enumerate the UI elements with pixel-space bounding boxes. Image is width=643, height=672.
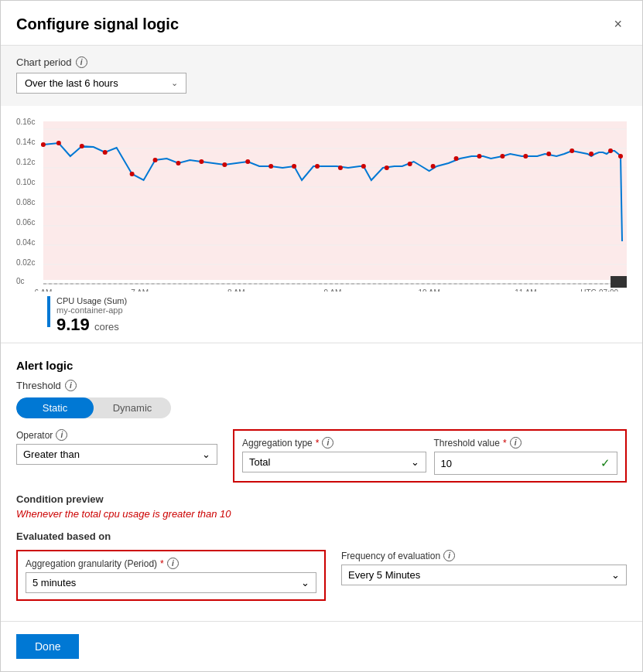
svg-point-44 <box>589 152 593 156</box>
operator-select[interactable]: Greater than ⌄ <box>16 444 217 465</box>
legend-text: CPU Usage (Sum) my-container-app 9.19 co… <box>56 296 127 335</box>
svg-point-23 <box>103 150 108 155</box>
svg-text:0.04c: 0.04c <box>16 238 35 247</box>
svg-point-28 <box>222 162 227 167</box>
svg-text:UTC-07:00: UTC-07:00 <box>580 288 618 292</box>
aggregation-dropdown-arrow: ⌄ <box>411 456 419 468</box>
threshold-value-input[interactable]: 10 ✓ <box>434 452 618 475</box>
legend-bar <box>47 296 50 327</box>
legend-app: my-container-app <box>56 305 127 315</box>
chart-svg: 0.16c 0.14c 0.12c 0.10c 0.08c 0.06c 0.04… <box>16 114 627 292</box>
toggle-dynamic[interactable]: Dynamic <box>94 397 171 418</box>
svg-point-41 <box>523 154 528 159</box>
svg-point-32 <box>315 164 320 169</box>
condition-preview-text: Whenever the total cpu usage is greater … <box>16 508 627 520</box>
svg-point-39 <box>477 154 481 159</box>
toggle-static[interactable]: Static <box>16 397 94 418</box>
svg-point-27 <box>199 159 204 164</box>
chart-period-dropdown[interactable]: Over the last 6 hours ⌄ <box>16 73 186 94</box>
legend-unit: cores <box>94 321 119 333</box>
frequency-group: Frequency of evaluation i Every 5 Minute… <box>341 550 627 585</box>
svg-text:6 AM: 6 AM <box>35 288 53 292</box>
svg-text:7 AM: 7 AM <box>131 288 149 292</box>
svg-point-25 <box>153 158 158 162</box>
frequency-dropdown-arrow: ⌄ <box>611 569 620 581</box>
threshold-value-label: Threshold value * i <box>434 437 618 449</box>
svg-text:8 AM: 8 AM <box>227 288 245 292</box>
svg-point-29 <box>245 159 250 164</box>
frequency-info-icon[interactable]: i <box>443 550 455 561</box>
svg-point-37 <box>431 164 436 169</box>
aggregation-granularity-select[interactable]: 5 minutes ⌄ <box>26 572 316 593</box>
svg-text:11 AM: 11 AM <box>515 288 536 292</box>
aggregation-required-star: * <box>316 438 320 449</box>
chart-period-dropdown-arrow: ⌄ <box>171 78 178 88</box>
svg-point-36 <box>408 162 412 166</box>
svg-point-40 <box>500 154 504 159</box>
frequency-select[interactable]: Every 5 Minutes ⌄ <box>341 565 627 585</box>
svg-text:0.12c: 0.12c <box>16 158 35 166</box>
svg-text:9 AM: 9 AM <box>324 288 342 292</box>
svg-text:0.08c: 0.08c <box>16 198 35 206</box>
threshold-toggle-group[interactable]: Static Dynamic <box>16 397 171 418</box>
operator-info-icon[interactable]: i <box>56 429 67 441</box>
svg-rect-9 <box>43 121 627 280</box>
operator-dropdown-arrow: ⌄ <box>202 449 210 460</box>
chart-container: 0.16c 0.14c 0.12c 0.10c 0.08c 0.06c 0.04… <box>1 114 642 343</box>
chart-period-section: Chart period i Over the last 6 hours ⌄ <box>1 46 642 106</box>
svg-point-21 <box>56 141 61 145</box>
aggregation-type-select[interactable]: Total ⌄ <box>242 452 426 472</box>
done-button[interactable]: Done <box>16 634 79 659</box>
svg-point-33 <box>338 165 343 170</box>
operator-label: Operator i <box>16 429 217 441</box>
svg-text:0.02c: 0.02c <box>16 258 35 267</box>
close-button[interactable]: × <box>609 15 627 34</box>
dialog-footer: Done <box>1 621 642 671</box>
configure-signal-logic-dialog: Configure signal logic × Chart period i … <box>0 0 643 672</box>
legend-metric: CPU Usage (Sum) <box>56 296 127 305</box>
threshold-value-group: Threshold value * i 10 ✓ <box>434 437 618 475</box>
aggregation-type-info-icon[interactable]: i <box>322 437 333 449</box>
svg-text:0.10c: 0.10c <box>16 178 35 186</box>
svg-point-30 <box>268 164 273 169</box>
aggregation-granularity-group: Aggregation granularity (Period) * i 5 m… <box>16 550 326 601</box>
evaluated-title: Evaluated based on <box>16 530 627 542</box>
svg-text:0.16c: 0.16c <box>16 118 35 126</box>
svg-point-38 <box>454 156 459 161</box>
aggregation-type-label: Aggregation type * i <box>242 437 426 449</box>
svg-point-34 <box>361 164 366 169</box>
frequency-label: Frequency of evaluation i <box>341 550 627 561</box>
svg-point-26 <box>176 161 180 165</box>
svg-text:10 AM: 10 AM <box>419 288 440 292</box>
chart-wrap: 0.16c 0.14c 0.12c 0.10c 0.08c 0.06c 0.04… <box>16 114 627 292</box>
svg-point-35 <box>385 165 389 170</box>
alert-logic-section: Alert logic Threshold i Static Dynamic <box>1 351 642 616</box>
chart-period-label: Chart period i <box>16 56 627 68</box>
svg-point-24 <box>130 172 135 176</box>
alert-form-row: Operator i Greater than ⌄ Aggregation ty… <box>16 429 627 483</box>
svg-point-20 <box>41 142 46 147</box>
threshold-info-icon[interactable]: i <box>65 380 77 391</box>
svg-point-43 <box>569 148 574 153</box>
dialog-body: Chart period i Over the last 6 hours ⌄ 0… <box>1 46 642 621</box>
svg-text:0c: 0c <box>16 277 25 285</box>
svg-point-42 <box>546 152 551 156</box>
operator-group: Operator i Greater than ⌄ <box>16 429 217 465</box>
aggregation-type-group: Aggregation type * i Total ⌄ <box>242 437 426 475</box>
evaluated-based-on-section: Evaluated based on Aggregation granulari… <box>16 530 627 601</box>
chart-legend: CPU Usage (Sum) my-container-app 9.19 co… <box>16 296 627 335</box>
svg-text:0.06c: 0.06c <box>16 218 35 227</box>
threshold-value-info-icon[interactable]: i <box>510 437 522 449</box>
threshold-required-star: * <box>503 438 507 449</box>
chart-period-info-icon[interactable]: i <box>76 56 87 68</box>
condition-preview: Condition preview Whenever the total cpu… <box>16 493 627 520</box>
svg-point-45 <box>608 148 613 153</box>
divider-1 <box>1 343 642 343</box>
condition-preview-label: Condition preview <box>16 493 627 505</box>
threshold-label: Threshold i <box>16 380 627 391</box>
svg-point-46 <box>618 154 623 159</box>
dialog-header: Configure signal logic × <box>1 1 642 46</box>
granularity-info-icon[interactable]: i <box>167 558 179 569</box>
threshold-check-icon: ✓ <box>600 456 611 470</box>
svg-point-31 <box>292 164 296 169</box>
